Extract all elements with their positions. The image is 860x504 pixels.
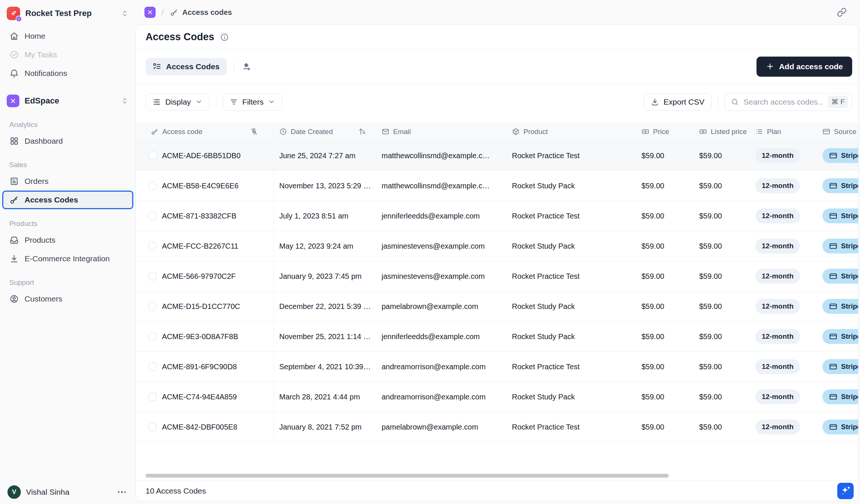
table-header-row: Access code Date Created Email Pr: [136, 123, 858, 141]
row-checkbox[interactable]: [149, 212, 157, 220]
sidebar-item-products[interactable]: Products: [4, 231, 132, 249]
row-checkbox[interactable]: [149, 302, 157, 310]
search-input[interactable]: [743, 98, 824, 106]
cell-product: Rocket Study Pack: [507, 382, 638, 412]
tab-bar: Access Codes Add access code: [136, 50, 858, 84]
sidebar-item-orders[interactable]: Orders: [4, 172, 132, 191]
cell-price: $59.00: [638, 261, 695, 291]
cell-access-code: ACME-9E3-0D8A7F8B: [146, 322, 274, 351]
table-footer: 10 Access Codes: [136, 481, 858, 501]
table-row[interactable]: ACME-D15-D1CC770C December 22, 2021 5:39…: [136, 291, 858, 322]
edspace-logo-icon: [7, 95, 19, 107]
info-icon[interactable]: [220, 33, 229, 42]
credit-card-icon: [822, 128, 830, 135]
sidebar-item-access-codes[interactable]: Access Codes: [2, 191, 133, 209]
add-access-code-button[interactable]: Add access code: [757, 57, 852, 77]
sidebar-item-home[interactable]: Home: [4, 27, 132, 45]
row-checkbox[interactable]: [149, 363, 157, 371]
row-checkbox[interactable]: [149, 423, 157, 431]
column-header-plan[interactable]: Plan: [753, 123, 820, 140]
cell-email: matthewcollinsmd@example.c…: [376, 171, 507, 201]
cell-access-code: ACME-ADE-6BB51DB0: [146, 141, 274, 170]
divider: [234, 61, 234, 72]
divider: [216, 96, 216, 108]
tab-access-codes[interactable]: Access Codes: [146, 58, 227, 75]
row-checkbox[interactable]: [149, 272, 157, 280]
cell-date-created: June 25, 2024 7:27 am: [274, 141, 376, 170]
source-badge: Stripe: [822, 208, 858, 223]
cell-date-created: January 8, 2021 7:52 pm: [274, 412, 376, 442]
workspace-switcher[interactable]: Rocket Test Prep: [4, 4, 132, 23]
column-header-listed-price[interactable]: Listed price: [695, 123, 753, 140]
table-row[interactable]: ACME-871-83382CFB July 1, 2023 8:51 am j…: [136, 201, 858, 231]
table-row[interactable]: ACME-9E3-0D8A7F8B November 25, 2021 1:14…: [136, 322, 858, 352]
table-row[interactable]: ACME-891-6F9C90D8 September 4, 2021 10:3…: [136, 352, 858, 382]
clock-icon: [279, 128, 287, 135]
divider: [718, 96, 718, 108]
source-badge: Stripe: [822, 269, 858, 284]
breadcrumb-edspace-icon[interactable]: [144, 7, 156, 18]
cell-listed-price: $59.00: [695, 201, 753, 231]
row-checkbox[interactable]: [149, 393, 157, 401]
column-header-email[interactable]: Email: [376, 123, 507, 140]
box-icon: [512, 128, 520, 135]
column-header-price[interactable]: Price: [638, 123, 695, 140]
keyboard-shortcut-badge: ⌘ F: [828, 96, 848, 108]
source-badge: Stripe: [822, 359, 858, 374]
table-row[interactable]: ACME-ADE-6BB51DB0 June 25, 2024 7:27 am …: [136, 141, 858, 171]
sort-ascending-icon[interactable]: [358, 128, 366, 135]
pin-off-icon[interactable]: [250, 128, 258, 135]
credit-card-icon: [829, 242, 837, 250]
table-row[interactable]: ACME-B58-E4C9E6E6 November 13, 2023 5:29…: [136, 171, 858, 201]
sidebar-item-dashboard[interactable]: Dashboard: [4, 132, 132, 150]
row-checkbox[interactable]: [149, 151, 157, 160]
plan-badge: 12-month: [755, 239, 800, 253]
cell-date-created: December 22, 2021 5:39 …: [274, 291, 376, 321]
cell-product: Rocket Practice Test: [507, 352, 638, 382]
plan-badge: 12-month: [755, 299, 800, 314]
cell-listed-price: $59.00: [695, 412, 753, 442]
row-checkbox[interactable]: [149, 332, 157, 341]
cell-source: Stripe: [820, 141, 858, 170]
table-row[interactable]: ACME-C74-94E4A859 March 28, 2021 4:44 pm…: [136, 382, 858, 412]
column-header-access-code[interactable]: Access code: [146, 123, 274, 140]
table-row[interactable]: ACME-566-97970C2F January 9, 2023 7:45 p…: [136, 261, 858, 291]
cell-access-code: ACME-891-6F9C90D8: [146, 352, 274, 382]
section-label-products: Products: [9, 220, 126, 228]
cell-price: $59.00: [638, 322, 695, 351]
row-checkbox[interactable]: [149, 182, 157, 190]
section-label-support: Support: [9, 278, 126, 287]
breadcrumb-current[interactable]: Access codes: [170, 8, 232, 17]
horizontal-scrollbar-thumb[interactable]: [146, 474, 669, 478]
user-menu[interactable]: V Vishal Sinha: [4, 480, 132, 504]
cell-price: $59.00: [638, 201, 695, 231]
chevrons-up-down-icon: [121, 97, 129, 105]
sidebar-item-notifications[interactable]: Notifications: [4, 64, 132, 83]
ellipsis-icon[interactable]: [116, 489, 128, 495]
cell-listed-price: $59.00: [695, 352, 753, 382]
display-button[interactable]: Display: [146, 93, 210, 111]
cell-email: andreamorrison@example.com: [376, 382, 507, 412]
column-header-source[interactable]: Source: [820, 123, 858, 140]
org-switcher[interactable]: EdSpace: [4, 92, 132, 110]
sidebar-item-my-tasks[interactable]: My Tasks: [4, 45, 132, 64]
table-row[interactable]: ACME-842-DBF005E8 January 8, 2021 7:52 p…: [136, 412, 858, 442]
ai-assistant-button[interactable]: [837, 483, 854, 499]
check-circle-icon: [9, 50, 19, 60]
add-view-button[interactable]: [241, 61, 251, 71]
link-icon: [837, 7, 847, 17]
filters-button[interactable]: Filters: [223, 93, 282, 111]
bell-icon: [9, 68, 19, 78]
column-header-date-created[interactable]: Date Created: [274, 123, 376, 140]
row-checkbox[interactable]: [149, 242, 157, 250]
copy-link-button[interactable]: [837, 7, 847, 17]
export-csv-button[interactable]: Export CSV: [644, 93, 711, 111]
chevrons-up-down-icon: [121, 9, 129, 17]
sidebar-item-ecommerce-integration[interactable]: E-Commerce Integration: [4, 249, 132, 268]
cell-email: andreamorrison@example.com: [376, 352, 507, 382]
sidebar-item-customers[interactable]: Customers: [4, 290, 132, 308]
credit-card-icon: [829, 393, 837, 401]
column-header-product[interactable]: Product: [507, 123, 638, 140]
cell-product: Rocket Study Pack: [507, 231, 638, 261]
table-row[interactable]: ACME-FCC-B2267C11 May 12, 2023 9:24 am j…: [136, 231, 858, 261]
